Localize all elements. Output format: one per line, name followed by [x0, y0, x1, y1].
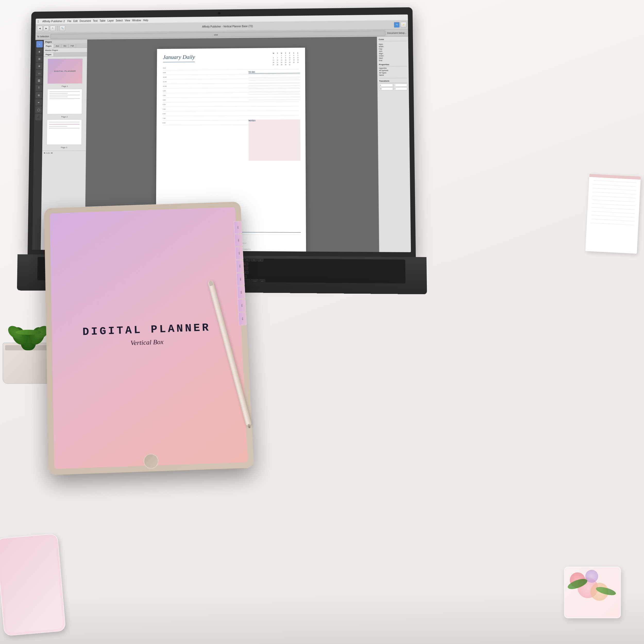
page-thumbnail-2[interactable] [47, 89, 82, 114]
toolbar-back-btn[interactable]: ◀ [37, 26, 43, 31]
ipad-tab-6[interactable]: TAB [237, 286, 245, 299]
notes-section-title: NOTES [248, 120, 300, 122]
page-thumbnail-1[interactable]: DIGITAL PLANNER [47, 58, 83, 84]
notepad-line [591, 211, 635, 214]
page3-lines [49, 122, 80, 142]
ipad-home-button[interactable] [143, 453, 159, 469]
toolbar-plug-btn[interactable]: ⚡ [401, 22, 406, 27]
ipad-tab-8[interactable]: TAB [238, 312, 247, 325]
all-types-row: All Types [379, 72, 407, 74]
ipad-tab-4[interactable]: TAB [236, 260, 244, 273]
calendar-grid: 12345 6789101112 13141516171819 20212223… [272, 54, 300, 66]
notepad-line [591, 223, 634, 225]
menu-select[interactable]: Select [116, 19, 123, 22]
toolbar-document-setup[interactable]: Document Setup... [387, 31, 406, 34]
y-value[interactable]: Y: [393, 83, 407, 87]
tool-shape[interactable]: ◯ [35, 106, 42, 113]
transform-title: Transform [379, 80, 407, 83]
w-value[interactable]: W: [379, 87, 393, 90]
time-slot-5pm: 5:00 [163, 106, 299, 112]
ipad-tab-7[interactable]: TAB [238, 299, 246, 312]
apple-logo-icon:  [38, 20, 39, 23]
toolbar-document-title: Affinity Publisher - Vertical Planner Ba… [66, 23, 393, 30]
todo-line [248, 83, 300, 83]
tool-fill[interactable]: ⬛ [35, 114, 42, 120]
todo-line [248, 86, 300, 86]
cap-label: Cap: [379, 48, 383, 50]
toolbar-color-btn[interactable]: 72 [394, 22, 400, 28]
planner-header-divider [163, 62, 195, 62]
time-label-6: 6:00 [163, 113, 172, 114]
page1-cover-text: DIGITAL PLANNER [54, 70, 76, 72]
menu-app-name[interactable]: Affinity Publisher 2 [42, 20, 65, 23]
toolbar-forward-btn[interactable]: ▶ [44, 26, 49, 31]
pink-phone [0, 533, 66, 636]
thumb-line [49, 91, 80, 92]
all-types-label: All Types [379, 72, 386, 74]
notepad-body [585, 174, 641, 254]
menu-edit[interactable]: Edit [73, 20, 78, 22]
page-count-text: ◀ [44, 152, 45, 154]
pages-panel-header: Pages [44, 40, 87, 44]
tool-pen[interactable]: ✒ [35, 99, 42, 106]
align-label: Align: [379, 53, 383, 54]
menu-help[interactable]: Help [143, 19, 148, 22]
tool-table[interactable]: ⊞ [36, 92, 42, 98]
menu-bar-items: File Edit Document Text Table Layer Sele… [67, 19, 148, 22]
time-slot-6pm: 6:00 [163, 111, 299, 116]
tool-node[interactable]: ◈ [36, 48, 43, 55]
phone-screen [0, 536, 63, 633]
ipad-tab-3[interactable]: TAB [235, 247, 243, 259]
notepad-line [592, 196, 636, 198]
time-slot-4pm: 4:00 [163, 102, 299, 107]
planner-title-area: January Daily [163, 54, 195, 64]
transform-section: Transform X: Y: W: H: [379, 78, 407, 90]
x-value[interactable]: X: [379, 84, 393, 87]
notepad-line [592, 207, 635, 210]
ipad-tab-5[interactable]: TAB [236, 273, 245, 286]
tab-fall[interactable]: Fall [69, 44, 76, 48]
tool-crop[interactable]: ⊞ [36, 55, 43, 62]
tab-pages[interactable]: Pages [44, 44, 54, 48]
tool-text[interactable]: T [36, 84, 42, 91]
page2-label: Page 2 [61, 116, 68, 118]
tool-frame[interactable]: ▭ [36, 70, 42, 77]
notepad-line [591, 215, 635, 218]
pages-sub-tabs: Pages [44, 52, 87, 57]
todo-section: TO DO [248, 71, 300, 100]
hyperlink-label: Hyperlink [379, 67, 387, 69]
page-thumbnail-3[interactable] [47, 119, 82, 145]
menu-layer[interactable]: Layer [107, 19, 114, 22]
tool-select[interactable]: ↖ [36, 41, 43, 47]
notepad-line [593, 180, 637, 183]
page3-label: Page 3 [61, 146, 67, 149]
master-pages-label: Master Pages [44, 48, 87, 53]
todo-line [248, 88, 300, 89]
notepad-line [593, 184, 636, 187]
tool-picture[interactable]: 🖼 [36, 77, 42, 84]
tab-sto[interactable]: Sto [61, 44, 69, 48]
todo-line [248, 91, 300, 92]
key-delete-top[interactable]: del [257, 258, 263, 261]
menu-text[interactable]: Text [93, 19, 98, 22]
menu-window[interactable]: Window [132, 19, 141, 22]
tool-zoom-tool[interactable]: ⊕ [36, 63, 43, 69]
menu-file[interactable]: File [67, 20, 71, 22]
toolbar-selection-btn[interactable]: ↖ [50, 26, 55, 31]
time-label-11: 11:00 [163, 81, 172, 82]
order-row: Order: [379, 55, 407, 57]
h-value[interactable]: H: [393, 87, 407, 90]
tab-ass[interactable]: Ass [54, 44, 61, 48]
ipad-tab-2[interactable]: TAB [234, 234, 243, 247]
toolbar-zoom-btn[interactable]: 🔍 [60, 26, 65, 31]
todo-line [248, 74, 300, 75]
notepad-line [592, 200, 635, 202]
ipad-tab-1[interactable]: TAB [234, 221, 242, 234]
menu-document[interactable]: Document [80, 19, 91, 22]
menu-view[interactable]: View [125, 19, 130, 22]
menu-table[interactable]: Table [99, 19, 105, 22]
tab-pages-sub[interactable]: Pages [44, 53, 54, 56]
ipad-screen: DIGITAL PLANNER Vertical Box [50, 207, 248, 469]
time-label-2: 2:00 [163, 95, 172, 96]
join-label: Join: [379, 50, 383, 52]
